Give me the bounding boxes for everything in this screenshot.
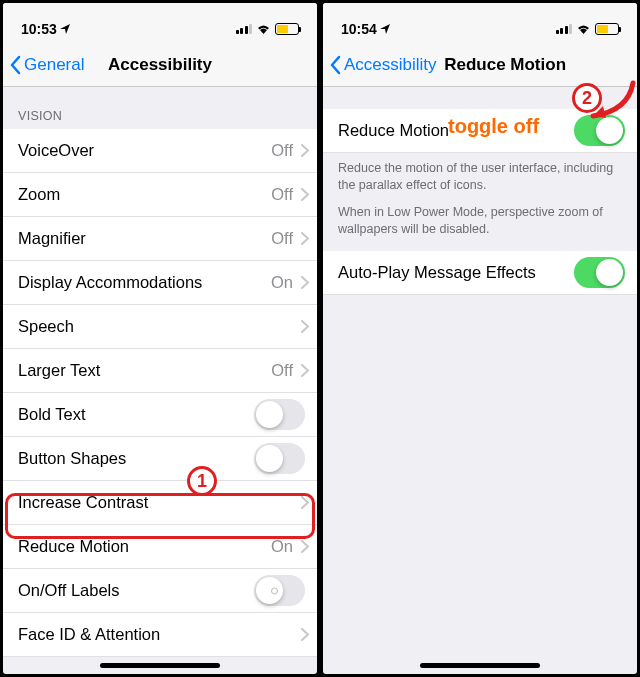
section-footer: When in Low Power Mode, perspective zoom… (323, 201, 637, 245)
row-autoplay-message-effects[interactable]: Auto-Play Message Effects (323, 251, 637, 295)
screenshot-left: 10:53 General Accessibility VISION Voice… (3, 3, 317, 674)
nav-title: Reduce Motion (444, 55, 566, 75)
signal-icon (556, 24, 573, 34)
wifi-icon (576, 21, 591, 37)
row-voiceover[interactable]: VoiceOver Off (3, 129, 317, 173)
row-reduce-motion-toggle[interactable]: Reduce Motion (323, 109, 637, 153)
chevron-right-icon (301, 364, 309, 377)
row-reduce-motion[interactable]: Reduce Motion On (3, 525, 317, 569)
row-faceid-attention[interactable]: Face ID & Attention (3, 613, 317, 657)
chevron-right-icon (301, 232, 309, 245)
location-icon (380, 21, 390, 37)
row-display-accommodations[interactable]: Display Accommodations On (3, 261, 317, 305)
row-bold-text[interactable]: Bold Text (3, 393, 317, 437)
chevron-right-icon (301, 628, 309, 641)
chevron-right-icon (301, 320, 309, 333)
chevron-right-icon (301, 540, 309, 553)
row-button-shapes[interactable]: Button Shapes (3, 437, 317, 481)
row-increase-contrast[interactable]: Increase Contrast (3, 481, 317, 525)
row-speech[interactable]: Speech (3, 305, 317, 349)
home-indicator[interactable] (420, 663, 540, 668)
row-magnifier[interactable]: Magnifier Off (3, 217, 317, 261)
toggle-button-shapes[interactable] (254, 443, 305, 474)
chevron-right-icon (301, 276, 309, 289)
settings-list[interactable]: VISION VoiceOver Off Zoom Off Magnifier … (3, 87, 317, 674)
row-onoff-labels[interactable]: On/Off Labels (3, 569, 317, 613)
nav-bar: General Accessibility (3, 43, 317, 87)
chevron-right-icon (301, 496, 309, 509)
location-icon (60, 21, 70, 37)
toggle-onoff-labels[interactable] (254, 575, 305, 606)
status-time: 10:53 (21, 21, 57, 37)
chevron-right-icon (301, 188, 309, 201)
back-label: General (24, 55, 84, 75)
row-zoom[interactable]: Zoom Off (3, 173, 317, 217)
toggle-reduce-motion[interactable] (574, 115, 625, 146)
status-bar: 10:53 (3, 3, 317, 43)
section-footer: Reduce the motion of the user interface,… (323, 153, 637, 201)
signal-icon (236, 24, 253, 34)
chevron-right-icon (301, 144, 309, 157)
row-larger-text[interactable]: Larger Text Off (3, 349, 317, 393)
back-label: Accessibility (344, 55, 437, 75)
screenshot-right: 10:54 Accessibility Reduce Motion Reduce… (323, 3, 637, 674)
toggle-bold-text[interactable] (254, 399, 305, 430)
back-button[interactable]: Accessibility (329, 55, 437, 75)
status-time: 10:54 (341, 21, 377, 37)
home-indicator[interactable] (100, 663, 220, 668)
settings-list[interactable]: Reduce Motion Reduce the motion of the u… (323, 87, 637, 674)
nav-title: Accessibility (108, 55, 212, 75)
section-header-vision: VISION (3, 87, 317, 129)
status-bar: 10:54 (323, 3, 637, 43)
back-button[interactable]: General (9, 55, 84, 75)
wifi-icon (256, 21, 271, 37)
battery-icon (275, 23, 299, 35)
toggle-autoplay-message-effects[interactable] (574, 257, 625, 288)
battery-icon (595, 23, 619, 35)
nav-bar: Accessibility Reduce Motion (323, 43, 637, 87)
